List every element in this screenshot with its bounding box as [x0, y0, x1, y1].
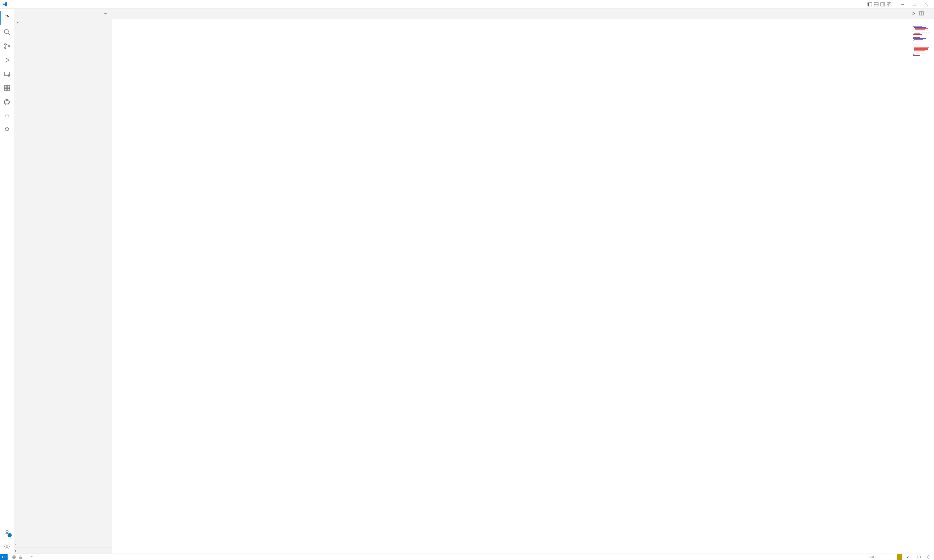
svg-line-15 — [8, 33, 10, 35]
status-bar — [0, 554, 934, 560]
breadcrumbs — [112, 19, 934, 25]
svg-rect-11 — [913, 3, 916, 6]
editor-body[interactable] — [112, 25, 934, 554]
remote-activity[interactable] — [0, 67, 14, 81]
close-window-button[interactable] — [920, 0, 932, 8]
code-content[interactable] — [126, 25, 934, 554]
openai-activity[interactable] — [0, 123, 14, 137]
title-bar — [0, 0, 934, 9]
svg-point-56 — [872, 557, 873, 558]
svg-point-26 — [6, 546, 8, 548]
feedback-button[interactable] — [916, 555, 922, 559]
settings-activity[interactable] — [0, 540, 14, 554]
known-issue-button[interactable] — [897, 554, 902, 560]
outline-section[interactable]: › — [14, 541, 112, 547]
split-editor-icon[interactable] — [919, 11, 924, 17]
svg-rect-8 — [889, 3, 891, 4]
file-tree — [14, 25, 112, 541]
svg-point-14 — [5, 29, 8, 34]
minimize-button[interactable] — [897, 0, 908, 8]
live-share-button[interactable] — [28, 555, 36, 559]
explorer-sidebar: ⋯ ⌄ › › — [14, 9, 112, 554]
explorer-activity[interactable] — [0, 11, 14, 25]
maximize-button[interactable] — [909, 0, 920, 8]
source-control-activity[interactable] — [0, 39, 14, 53]
tabs-row: ⋯ — [112, 9, 934, 19]
more-icon[interactable]: ⋯ — [927, 12, 931, 16]
panel-bottom-icon[interactable] — [873, 2, 879, 7]
panel-right-icon[interactable] — [880, 2, 886, 7]
svg-rect-23 — [5, 88, 7, 91]
github-activity[interactable] — [0, 95, 14, 109]
svg-rect-24 — [7, 88, 10, 91]
svg-rect-7 — [887, 3, 889, 4]
line-gutter — [112, 25, 126, 554]
search-activity[interactable] — [0, 25, 14, 39]
svg-point-25 — [6, 530, 8, 532]
prettier-button[interactable] — [905, 555, 912, 559]
svg-rect-22 — [7, 85, 10, 88]
extensions-activity[interactable] — [0, 81, 14, 95]
live-share-activity[interactable] — [0, 109, 14, 123]
svg-point-17 — [5, 47, 6, 49]
problems-button[interactable] — [11, 555, 25, 559]
svg-rect-19 — [5, 72, 10, 75]
remote-indicator[interactable] — [0, 554, 8, 560]
svg-rect-9 — [887, 5, 889, 6]
notifications-button[interactable] — [925, 555, 932, 559]
svg-rect-21 — [5, 85, 7, 88]
activity-bar — [0, 9, 14, 554]
svg-point-16 — [5, 44, 6, 45]
project-header[interactable]: ⌄ — [14, 18, 112, 25]
timeline-section[interactable]: › — [14, 547, 112, 554]
layout-customize-icon[interactable] — [886, 2, 892, 7]
run-icon[interactable] — [911, 11, 916, 17]
panel-left-icon[interactable] — [867, 2, 873, 7]
go-live-button[interactable] — [869, 555, 877, 559]
chevron-down-icon: ⌄ — [15, 20, 20, 24]
run-debug-activity[interactable] — [0, 53, 14, 67]
sidebar-header: ⋯ — [14, 9, 112, 18]
vscode-logo-icon — [2, 2, 8, 7]
sidebar-more-icon[interactable]: ⋯ — [104, 12, 107, 16]
svg-rect-1 — [868, 3, 869, 6]
accounts-badge — [8, 533, 12, 537]
svg-rect-5 — [881, 3, 885, 6]
editor-area: ⋯ — [112, 9, 934, 554]
accounts-activity[interactable] — [0, 526, 14, 540]
